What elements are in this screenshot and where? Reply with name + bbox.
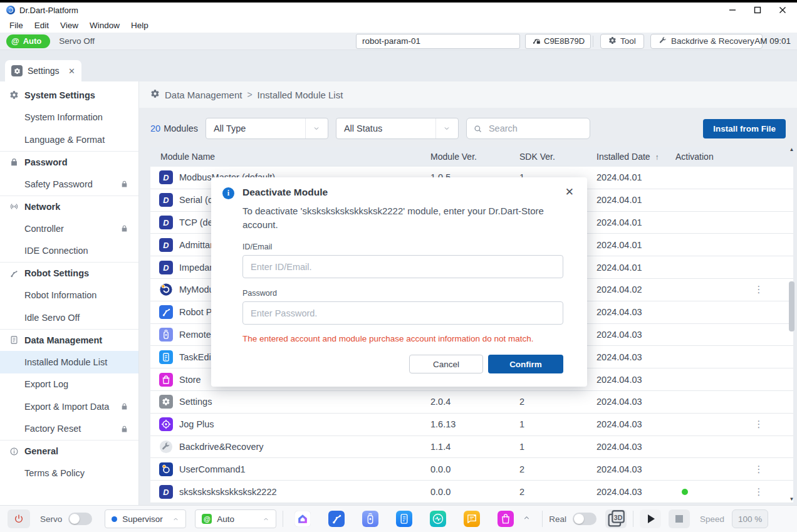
table-header: Module Name Module Ver. SDK Ver. Install…: [150, 147, 793, 167]
tab-close-icon[interactable]: ✕: [68, 67, 75, 75]
jogplus-tile-icon: [159, 417, 173, 431]
real-toggle[interactable]: [573, 513, 596, 525]
id-email-field[interactable]: [242, 255, 563, 278]
table-row[interactable]: Dskskskskskskksksk22220.0.022024.04.03⋮: [150, 481, 793, 503]
type-filter-select[interactable]: All Type: [206, 118, 328, 139]
col-activation[interactable]: Activation: [675, 152, 736, 162]
robot-param-field[interactable]: [356, 34, 520, 49]
3d-view-button[interactable]: 3D: [605, 509, 627, 528]
chevron-up-icon: [172, 516, 179, 523]
dock-collapse-icon[interactable]: [523, 513, 531, 524]
status-filter-select[interactable]: All Status: [336, 118, 459, 139]
maximize-button[interactable]: [753, 6, 762, 14]
close-button[interactable]: [778, 6, 787, 14]
password-field[interactable]: [242, 301, 563, 325]
breadcrumb: Data Management > Installed Module List: [139, 81, 797, 108]
confirm-button[interactable]: Confirm: [488, 355, 563, 373]
sidebar-item-robot-settings[interactable]: Robot Settings: [0, 262, 138, 284]
settings-tile-icon: [159, 395, 173, 409]
mode-badge[interactable]: @ Auto: [6, 34, 50, 48]
backdrive-recovery-button[interactable]: Backdrive & Recovery: [650, 34, 763, 49]
table-row[interactable]: Backdrive&Recovery1.1.412024.04.03: [150, 436, 793, 459]
table-scrollbar[interactable]: ▲ ▼: [788, 147, 796, 503]
sidebar-item-data-management[interactable]: Data Management: [0, 329, 138, 352]
installed-date: 2024.04.03: [596, 307, 675, 317]
menu-window[interactable]: Window: [84, 21, 125, 30]
cancel-button[interactable]: Cancel: [409, 355, 483, 373]
stop-button[interactable]: [669, 509, 690, 528]
app-store-icon[interactable]: [494, 507, 518, 531]
sort-asc-icon[interactable]: ↑: [655, 153, 659, 162]
row-menu-icon[interactable]: ⋮: [736, 284, 782, 295]
sidebar-item-idle-servo-off[interactable]: Idle Servo Off: [0, 306, 138, 329]
sidebar-item-installed-module-list[interactable]: Installed Module List: [0, 351, 138, 373]
device-id-button[interactable]: C9E8B79D: [525, 34, 591, 49]
sidebar-item-controller[interactable]: Controller: [0, 217, 138, 240]
menu-view[interactable]: View: [55, 21, 84, 30]
install-from-file-button[interactable]: Install from File: [703, 119, 786, 138]
sidebar-item-label: Idle Servo Off: [24, 313, 80, 323]
tab-settings[interactable]: Settings ✕: [5, 60, 81, 81]
module-name: Settings: [179, 397, 212, 407]
row-menu-icon[interactable]: ⋮: [736, 486, 782, 498]
tool-button[interactable]: Tool: [600, 34, 644, 49]
row-menu-icon[interactable]: ⋮: [736, 464, 782, 475]
sidebar-item-safety-password[interactable]: Safety Password: [0, 173, 138, 196]
col-installed-date[interactable]: Installed Date↑: [596, 152, 675, 162]
col-module-name[interactable]: Module Name: [150, 152, 430, 162]
sidebar-item-factory-reset[interactable]: Factory Reset: [0, 418, 138, 441]
table-row[interactable]: Jog Plus1.6.1312024.04.03⋮: [150, 414, 793, 436]
dart-d-icon: D: [159, 238, 173, 252]
sidebar-item-password[interactable]: Password: [0, 151, 138, 174]
sidebar-item-export-import-data[interactable]: Export & Import Data: [0, 395, 138, 418]
power-icon: [14, 514, 24, 524]
col-module-ver[interactable]: Module Ver.: [430, 152, 519, 162]
power-button[interactable]: [8, 509, 30, 528]
gear-icon: [9, 90, 19, 100]
lock-icon: [120, 180, 128, 188]
sidebar-item-system-settings[interactable]: System Settings: [0, 84, 138, 107]
app-dart-home-icon[interactable]: [291, 507, 315, 531]
module-name-cell: Backdrive&Recovery: [150, 440, 430, 454]
sidebar-item-system-information[interactable]: System Information: [0, 107, 138, 129]
app-robot-arm-icon[interactable]: [325, 507, 348, 531]
app-log-icon[interactable]: [460, 507, 484, 531]
servo-toggle[interactable]: [68, 513, 92, 525]
mode-badge-icon: @: [11, 36, 19, 46]
table-row[interactable]: UserCommand10.0.022024.04.03⋮: [150, 458, 793, 481]
app-remote-control-icon[interactable]: [358, 507, 382, 531]
sidebar-item-ide-connection[interactable]: IDE Connection: [0, 240, 138, 263]
mode-select[interactable]: @ Auto: [195, 509, 276, 528]
search-box[interactable]: [466, 118, 590, 139]
role-value: Supervisor: [122, 514, 163, 524]
col-sdk-ver[interactable]: SDK Ver.: [519, 152, 596, 162]
speed-value-box[interactable]: 100 %: [732, 509, 768, 528]
sidebar-item-label: Controller: [24, 224, 64, 234]
scrollbar-thumb[interactable]: [789, 281, 794, 331]
module-name: skskskskskskksksk2222: [179, 487, 277, 497]
dialog-close-icon[interactable]: ✕: [565, 187, 574, 197]
sidebar-item-network[interactable]: Network: [0, 196, 138, 218]
menu-edit[interactable]: Edit: [29, 21, 55, 30]
sidebar-item-terms-policy[interactable]: Terms & Policy: [0, 462, 138, 485]
menu-file[interactable]: File: [4, 21, 29, 30]
search-input[interactable]: [487, 123, 575, 134]
play-button[interactable]: [640, 509, 661, 528]
type-filter-value: All Type: [214, 123, 246, 133]
sidebar-item-export-log[interactable]: Export Log: [0, 373, 138, 396]
menu-help[interactable]: Help: [125, 21, 154, 30]
scrollbar-track[interactable]: [789, 153, 794, 496]
role-select[interactable]: Supervisor: [105, 509, 186, 528]
installed-date: 2024.04.03: [596, 419, 675, 429]
sidebar-item-robot-information[interactable]: Robot Information: [0, 284, 138, 307]
scroll-down-icon[interactable]: ▼: [789, 496, 794, 503]
table-row[interactable]: Settings2.0.422024.04.03: [150, 391, 793, 414]
module-name: Jog Plus: [179, 419, 214, 429]
sidebar-item-general[interactable]: General: [0, 440, 138, 462]
minimize-button[interactable]: [728, 6, 737, 14]
app-monitoring-icon[interactable]: [426, 507, 450, 531]
sidebar-item-language-format[interactable]: Language & Format: [0, 128, 138, 151]
app-task-editor-icon[interactable]: [392, 507, 416, 531]
scroll-up-icon[interactable]: ▲: [789, 147, 794, 153]
row-menu-icon[interactable]: ⋮: [736, 419, 782, 430]
